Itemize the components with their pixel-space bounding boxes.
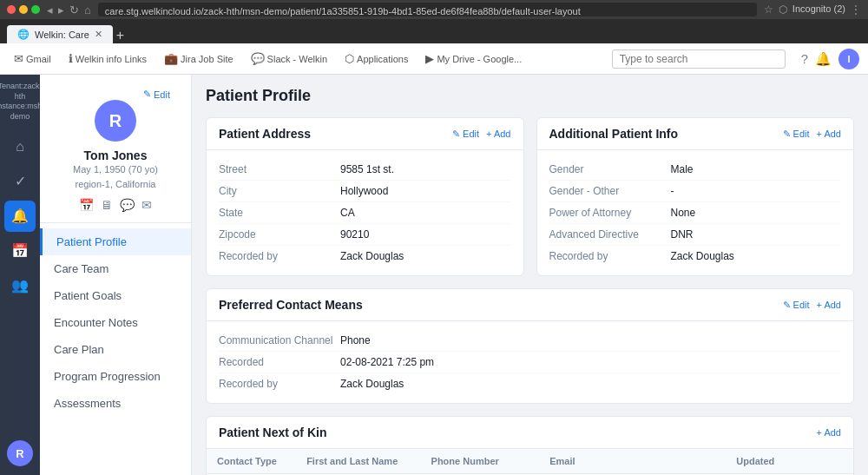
back-icon[interactable]: ◂ [47, 3, 53, 16]
sidebar-item-patients[interactable]: 👥 [4, 270, 36, 301]
sidebar-item-home[interactable]: ⌂ [4, 131, 36, 162]
close-dot[interactable] [7, 5, 16, 14]
patient-address-header: Patient Address ✎ Edit + Add [207, 118, 523, 150]
col-email: Email [539, 449, 726, 474]
jira-icon: 💼 [164, 52, 178, 65]
search-input[interactable] [612, 49, 786, 69]
google-drive-link[interactable]: ▶ My Drive - Google... [420, 50, 527, 67]
extensions-icon[interactable]: ⬡ [779, 3, 787, 16]
preferred-contact-header: Preferred Contact Means ✎ Edit + Add [207, 289, 853, 321]
edit-icon: ✎ [783, 300, 791, 311]
field-zipcode: Zipcode 90210 [219, 224, 511, 246]
chat-icon[interactable]: 💬 [120, 198, 135, 212]
next-of-kin-table: Contact Type First and Last Name Phone N… [207, 449, 853, 475]
forward-icon[interactable]: ▸ [58, 3, 64, 16]
window-controls [7, 5, 40, 14]
field-gender: Gender Male [549, 159, 842, 181]
browser-actions: ☆ ⬡ Incognito (2) ⋮ [764, 3, 861, 16]
address-bar[interactable]: care.stg.welkincloud.io/zack-hth/msn-dem… [98, 3, 757, 16]
gender-other-label: Gender - Other [549, 185, 671, 197]
applications-label: Applications [357, 54, 408, 64]
additional-info-edit-button[interactable]: ✎ Edit [783, 129, 810, 140]
patient-avatar: R [95, 100, 136, 142]
preferred-contact-title: Preferred Contact Means [219, 298, 363, 312]
tab-label: Welkin: Care [35, 30, 89, 40]
maximize-dot[interactable] [31, 5, 40, 14]
recorded-by-value: Zack Douglas [340, 250, 404, 262]
nav-item-care-team[interactable]: Care Team [40, 255, 191, 282]
browser-chrome: ◂ ▸ ↻ ⌂ care.stg.welkincloud.io/zack-hth… [0, 0, 868, 19]
tab-close-icon[interactable]: ✕ [95, 29, 102, 40]
nav-item-care-plan[interactable]: Care Plan [40, 336, 191, 363]
patient-nav-menu: Patient Profile Care Team Patient Goals … [40, 223, 191, 422]
patient-address-edit-button[interactable]: ✎ Edit [452, 129, 479, 140]
menu-icon[interactable]: ⋮ [851, 3, 861, 16]
applications-link[interactable]: ⬡ Applications [339, 50, 413, 67]
toolbar-search-container [612, 49, 786, 69]
tenant-info: Tenant:zack-hth Instance:msh-demo [0, 82, 44, 122]
field-power-of-attorney: Power of Attorney None [549, 202, 842, 224]
help-icon[interactable]: ? [801, 51, 808, 66]
field-recorded-by: Recorded by Zack Douglas [219, 246, 511, 267]
add-label: + Add [817, 427, 841, 438]
toolbar-right: ? 🔔 I [801, 49, 859, 69]
nav-item-patient-profile[interactable]: Patient Profile [40, 228, 191, 255]
street-label: Street [219, 163, 340, 175]
top-section-row: Patient Address ✎ Edit + Add Street [206, 117, 854, 276]
video-icon[interactable]: 🖥 [101, 198, 113, 212]
welkin-info-link[interactable]: ℹ Welkin info Links [63, 50, 152, 67]
zipcode-label: Zipcode [219, 228, 340, 241]
slack-link[interactable]: 💬 Slack - Welkin [246, 50, 332, 67]
edit-icon: ✎ [452, 129, 460, 140]
user-menu[interactable]: Incognito (2) [792, 3, 845, 16]
additional-info-add-button[interactable]: + Add [817, 129, 841, 140]
alert-icon[interactable]: 🔔 [815, 51, 832, 67]
next-of-kin-title: Patient Next of Kin [219, 426, 326, 439]
next-of-kin-header: Patient Next of Kin + Add [207, 417, 853, 449]
calendar-icon[interactable]: 📅 [79, 198, 94, 212]
next-of-kin-card: Patient Next of Kin + Add Contact Type F… [206, 416, 854, 475]
edit-icon: ✎ [143, 89, 151, 100]
patient-address-fields: Street 9585 1st st. City Hollywood State… [207, 150, 523, 275]
preferred-contact-add-button[interactable]: + Add [817, 300, 841, 311]
patient-address-actions: ✎ Edit + Add [452, 129, 510, 140]
state-value: CA [340, 207, 355, 219]
sidebar-item-calendar[interactable]: 📅 [4, 235, 36, 267]
field-recorded-by-contact: Recorded by Zack Douglas [219, 373, 841, 394]
home-icon[interactable]: ⌂ [84, 3, 91, 16]
patient-region: region-1, California [50, 177, 181, 192]
bookmark-icon[interactable]: ☆ [764, 3, 773, 16]
jira-link[interactable]: 💼 Jira Job Site [159, 50, 239, 67]
email-icon[interactable]: ✉ [141, 198, 152, 212]
patient-address-title: Patient Address [219, 127, 311, 141]
new-tab-icon[interactable]: + [116, 28, 124, 43]
avatar[interactable]: I [838, 49, 859, 69]
gender-other-value: - [671, 185, 674, 197]
patient-sidebar: ✎ Edit R Tom Jones May 1, 1950 (70 yo) r… [40, 75, 192, 475]
patient-edit-button[interactable]: ✎ Edit [143, 89, 170, 100]
field-communication-channel: Communication Channel Phone [219, 330, 841, 352]
edit-label: Edit [793, 129, 810, 139]
sidebar-item-notifications[interactable]: 🔔 [4, 201, 36, 232]
nav-item-assessments[interactable]: Assessments [40, 390, 191, 417]
field-city: City Hollywood [219, 181, 511, 202]
gmail-link[interactable]: ✉ Gmail [9, 50, 56, 67]
patient-address-add-button[interactable]: + Add [486, 129, 510, 140]
nav-item-encounter-notes[interactable]: Encounter Notes [40, 309, 191, 336]
sidebar-item-tasks[interactable]: ✓ [4, 166, 36, 197]
recorded-value: 02-08-2021 7:25 pm [340, 356, 434, 368]
tenant-instance: Instance:msh-demo [0, 102, 44, 122]
nav-item-patient-goals[interactable]: Patient Goals [40, 282, 191, 309]
add-label: + Add [817, 300, 841, 310]
preferred-contact-edit-button[interactable]: ✎ Edit [783, 300, 810, 311]
nav-item-program-progression[interactable]: Program Progression [40, 363, 191, 390]
preferred-contact-fields: Communication Channel Phone Recorded 02-… [207, 321, 853, 403]
active-tab[interactable]: 🌐 Welkin: Care ✕ [7, 25, 113, 43]
next-of-kin-add-button[interactable]: + Add [817, 427, 841, 438]
welkin-info-label: Welkin info Links [76, 54, 147, 64]
recorded-by-contact-value: Zack Douglas [340, 378, 404, 390]
patient-avatar-icon[interactable]: R [7, 440, 33, 466]
minimize-dot[interactable] [19, 5, 28, 14]
reload-icon[interactable]: ↻ [69, 3, 79, 16]
patient-name: Tom Jones [50, 148, 181, 162]
